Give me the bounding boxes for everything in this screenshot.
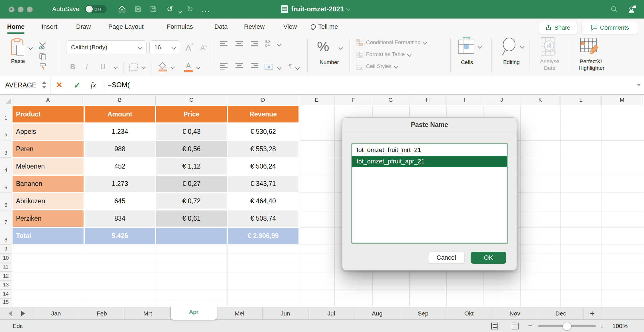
borders-icon[interactable]: [129, 63, 139, 73]
tab-page-layout[interactable]: Page Layout: [108, 19, 144, 35]
sheet-tab-mei[interactable]: Mei: [217, 307, 263, 320]
cell-C6[interactable]: € 0,72: [156, 192, 227, 210]
conditional-formatting-button[interactable]: Conditional Formatting: [356, 39, 426, 46]
cell-A5[interactable]: Bananen: [12, 175, 84, 192]
align-left-icon[interactable]: [220, 63, 227, 69]
page-layout-view-icon[interactable]: [511, 322, 519, 330]
cell-A6[interactable]: Abrikozen: [12, 192, 84, 210]
editing-button[interactable]: [501, 38, 518, 58]
cell-B2[interactable]: 1.234: [84, 123, 156, 140]
font-name-select[interactable]: Calibri (Body): [66, 40, 147, 54]
underline-button[interactable]: U: [100, 63, 105, 71]
analyse-data-button[interactable]: [539, 37, 558, 59]
format-painter-icon[interactable]: [39, 63, 47, 72]
row-header-13[interactable]: 13: [0, 281, 12, 290]
sheet-tab-dec[interactable]: Dec: [538, 307, 584, 320]
sheet-tab-apr[interactable]: Apr: [171, 304, 217, 320]
column-header-K[interactable]: K: [520, 95, 560, 105]
font-size-select[interactable]: 16: [149, 40, 180, 54]
fill-color-icon[interactable]: [159, 62, 168, 71]
search-icon[interactable]: [610, 5, 619, 14]
paste-button[interactable]: [10, 38, 26, 58]
row-header-11[interactable]: 11: [0, 263, 12, 272]
name-box[interactable]: AVERAGE: [0, 76, 50, 94]
sheet-tab-jun[interactable]: Jun: [263, 307, 308, 320]
close-window-button[interactable]: [9, 7, 15, 13]
row-header-15[interactable]: 15: [0, 299, 12, 307]
autosave-toggle[interactable]: OFF: [85, 5, 107, 13]
save-icon[interactable]: [133, 5, 143, 14]
column-header-M[interactable]: M: [602, 95, 643, 105]
redo-icon[interactable]: ↻: [185, 5, 194, 14]
name-box-down-icon[interactable]: [42, 86, 46, 89]
cell-D5[interactable]: € 343,71: [227, 175, 299, 192]
home-icon[interactable]: [117, 5, 127, 14]
underline-chevron-icon[interactable]: [113, 65, 118, 69]
add-sheet-button[interactable]: +: [584, 307, 601, 320]
cell-C3[interactable]: € 0,56: [156, 140, 227, 158]
zoom-out-button[interactable]: −: [528, 321, 532, 330]
wrap-text-chevron-icon[interactable]: [277, 42, 282, 47]
name-box-up-icon[interactable]: [42, 81, 46, 84]
perfectxl-highlighter-button[interactable]: [580, 38, 600, 58]
name-list[interactable]: tot_omzet_fruit_mrt_21tot_omzet_pfruit_a…: [351, 143, 508, 244]
borders-chevron-icon[interactable]: [141, 65, 146, 69]
cell-B8[interactable]: 5.426: [84, 227, 156, 245]
next-sheet-icon[interactable]: [21, 311, 25, 316]
formula-bar-expand-icon[interactable]: [637, 84, 641, 86]
prev-sheet-icon[interactable]: [9, 311, 12, 316]
tab-insert[interactable]: Insert: [42, 19, 57, 35]
cell-C7[interactable]: € 0,61: [156, 210, 227, 227]
column-header-F[interactable]: F: [334, 95, 372, 105]
align-right-icon[interactable]: [251, 63, 258, 69]
cancel-button[interactable]: Cancel: [428, 252, 464, 264]
cell-D7[interactable]: € 508,74: [227, 210, 299, 227]
row-header-10[interactable]: 10: [0, 254, 12, 263]
tab-data[interactable]: Data: [214, 19, 227, 35]
row-header-12[interactable]: 12: [0, 272, 12, 281]
comments-button[interactable]: Comments: [582, 21, 638, 34]
more-commands-icon[interactable]: …: [201, 5, 210, 14]
align-middle-icon[interactable]: [235, 41, 243, 47]
row-header-4[interactable]: 4: [0, 158, 12, 175]
tab-view[interactable]: View: [283, 19, 297, 35]
row-header-2[interactable]: 2: [0, 123, 12, 140]
number-format-chevron-icon[interactable]: [339, 46, 343, 50]
row-header-7[interactable]: 7: [0, 210, 12, 227]
cell-D3[interactable]: € 553,28: [227, 140, 299, 158]
copy-icon[interactable]: [39, 52, 47, 62]
cell-B6[interactable]: 645: [84, 192, 156, 210]
cell-styles-button[interactable]: Cell Styles: [356, 63, 398, 70]
row-header-9[interactable]: 9: [0, 245, 12, 254]
cell-D8[interactable]: € 2.906,99: [227, 227, 299, 245]
zoom-in-button[interactable]: +: [600, 321, 604, 330]
wrap-text-icon[interactable]: abc↵: [265, 39, 271, 47]
align-center-icon[interactable]: [235, 63, 243, 69]
decrease-font-icon[interactable]: Av: [200, 43, 207, 52]
cell-C1[interactable]: Price: [156, 105, 227, 123]
sheet-tab-okt[interactable]: Okt: [446, 307, 492, 320]
row-header-5[interactable]: 5: [0, 175, 12, 192]
sheet-tab-aug[interactable]: Aug: [354, 307, 400, 320]
merge-center-icon[interactable]: [265, 64, 273, 71]
minimize-window-button[interactable]: [18, 7, 24, 13]
row-header-8[interactable]: 8: [0, 227, 12, 245]
cell-C8[interactable]: [156, 227, 227, 245]
column-header-L[interactable]: L: [560, 95, 602, 105]
spreadsheet-grid[interactable]: ABCDEFGHIJKLM123456789101112131415Produc…: [0, 95, 644, 307]
tab-formulas[interactable]: Formulas: [167, 19, 193, 35]
font-color-icon[interactable]: A: [184, 62, 193, 70]
tab-tell-me[interactable]: Tell me: [311, 19, 338, 35]
formula-input[interactable]: =SOM(: [108, 81, 130, 89]
column-header-I[interactable]: I: [446, 95, 483, 105]
text-direction-chevron-icon[interactable]: [295, 65, 300, 70]
insert-function-icon[interactable]: fx: [91, 81, 96, 89]
row-header-3[interactable]: 3: [0, 140, 12, 158]
cell-A2[interactable]: Appels: [12, 123, 84, 140]
column-header-D[interactable]: D: [227, 95, 299, 105]
row-header-6[interactable]: 6: [0, 192, 12, 210]
percent-style-button[interactable]: %: [317, 39, 329, 54]
select-all-corner[interactable]: [0, 95, 12, 105]
editing-chevron-icon[interactable]: [520, 44, 525, 49]
italic-button[interactable]: I: [86, 63, 88, 71]
